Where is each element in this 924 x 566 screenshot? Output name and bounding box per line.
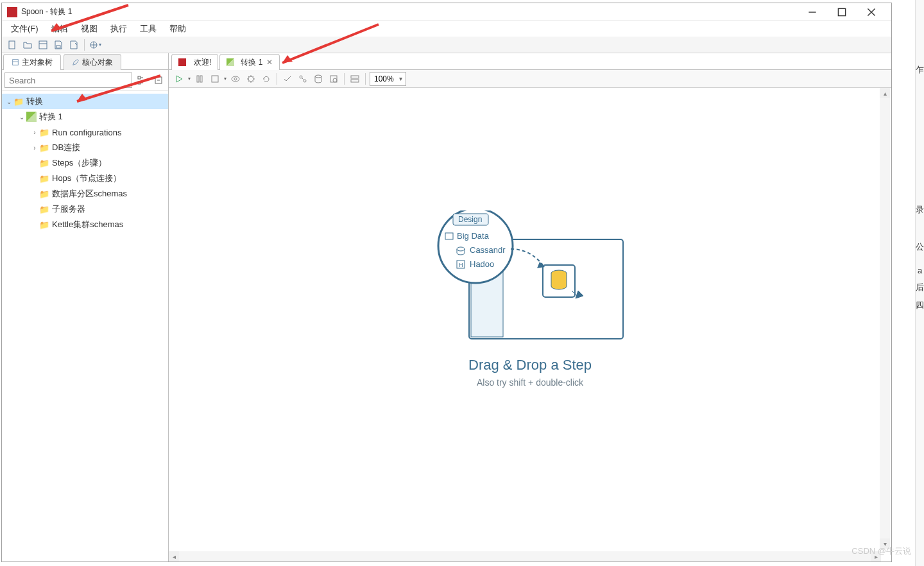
canvas[interactable]: Design Big Data Cassandr H Hadoo [169,88,891,562]
vertical-scrollbar[interactable]: ▴ ▾ [880,88,890,549]
stop-icon[interactable] [209,73,221,85]
canvas-subtitle: Also try shift + double-click [434,377,626,388]
svg-rect-7 [138,76,141,79]
tree-node-partition-schemas[interactable]: 📁 数据库分区schemas [2,186,168,202]
tree-child-label: 转换 1 [39,111,63,123]
folder-icon: 📁 [13,96,24,107]
sql-icon[interactable] [312,73,325,85]
toolbar-separator [365,73,366,85]
search-input[interactable] [4,73,132,88]
explore-db-icon[interactable] [327,73,340,85]
toolbar-separator [277,73,277,85]
folder-icon: 📁 [39,173,49,184]
tree-label: Run configurations [52,128,121,137]
tree-label: 数据库分区schemas [52,188,127,200]
svg-rect-13 [197,76,199,82]
tab-main-tree[interactable]: 主对象树 [3,54,61,70]
pause-icon[interactable] [193,73,206,85]
save-icon[interactable] [52,39,65,51]
svg-rect-1 [9,41,15,49]
verify-icon[interactable] [281,73,294,85]
tab-welcome[interactable]: 欢迎! [171,54,218,70]
svg-rect-25 [351,80,359,82]
tab-transformation1[interactable]: 转换 1 ✕ [219,54,280,70]
run-icon[interactable] [173,73,185,85]
svg-rect-15 [212,76,218,82]
tree-node-run-config[interactable]: › 📁 Run configurations [2,124,168,140]
pencil-icon [72,58,80,66]
drag-drop-illustration: Design Big Data Cassandr H Hadoo [434,210,626,345]
replay-icon[interactable] [260,73,273,85]
debug-icon[interactable] [244,73,257,85]
folder-icon: 📁 [39,127,49,137]
main-area: 主对象树 核心对象 ⌄ 📁 转换 ⌄ [2,53,891,562]
scroll-left-arrow[interactable]: ◂ [169,551,179,562]
chevron-right-icon[interactable]: › [30,129,39,136]
tab-welcome-label: 欢迎! [194,57,211,68]
zoom-select[interactable]: 100% [370,72,406,86]
tree-label: Hops（节点连接） [52,173,121,184]
save-as-icon[interactable] [67,39,80,51]
tab-core-objects-label: 核心对象 [82,57,113,68]
svg-point-23 [333,78,337,82]
app-icon [178,58,186,66]
tree-label: 子服务器 [52,203,85,215]
tree-node-slave-servers[interactable]: 📁 子服务器 [2,202,168,217]
tree-label: Steps（步骤） [52,157,107,169]
expand-all-icon[interactable] [135,73,149,87]
tree-node-db[interactable]: › 📁 DB连接 [2,140,168,155]
search-row [2,70,168,91]
tree-label: Kettle集群schemas [52,219,123,230]
tree-node-steps[interactable]: 📁 Steps（步骤） [2,155,168,171]
app-window: Spoon - 转换 1 文件(F) 编辑 视图 执行 工具 帮助 ▾ [1,3,892,562]
folder-icon: 📁 [39,219,49,230]
tree-node-transformation1[interactable]: ⌄ 转换 1 [2,109,168,124]
show-results-icon[interactable] [348,73,361,85]
menu-tools[interactable]: 工具 [135,22,162,36]
toolbar-separator [344,73,345,85]
edge-sliver: 乍 录 公 a 后 四 [915,0,924,566]
window-controls [798,3,886,21]
perspective-icon[interactable]: ▾ [89,39,101,51]
minimize-button[interactable] [798,3,827,21]
preview-icon[interactable] [229,73,242,85]
collapse-all-icon[interactable] [151,73,166,87]
tree-root-transformations[interactable]: ⌄ 📁 转换 [2,94,168,109]
tab-core-objects[interactable]: 核心对象 [64,54,121,70]
svg-point-17 [234,78,237,80]
tree-root-label: 转换 [26,96,43,107]
app-icon [7,7,17,17]
close-button[interactable] [857,3,886,21]
tree-node-hops[interactable]: 📁 Hops（节点连接） [2,171,168,186]
close-tab-icon[interactable]: ✕ [266,58,273,67]
menu-view[interactable]: 视图 [76,22,103,36]
open-folder-icon[interactable] [21,39,34,51]
menu-file[interactable]: 文件(F) [6,22,44,36]
chevron-down-icon[interactable]: ⌄ [17,114,26,121]
folder-icon: 📁 [39,142,49,153]
menu-run[interactable]: 执行 [105,22,132,36]
maximize-button[interactable] [827,3,857,21]
horizontal-scrollbar[interactable]: ◂ ▸ [169,551,881,562]
chevron-down-icon[interactable]: ⌄ [4,98,13,105]
menu-edit[interactable]: 编辑 [46,22,73,36]
scroll-up-arrow[interactable]: ▴ [880,88,890,98]
zoom-select-wrap: 100% [370,72,406,86]
tree-label: DB连接 [52,142,80,153]
menu-help[interactable]: 帮助 [164,22,191,36]
svg-text:Big Data: Big Data [457,231,490,241]
chevron-right-icon[interactable]: › [30,144,39,151]
left-tabs: 主对象树 核心对象 [2,53,168,70]
window-title: Spoon - 转换 1 [21,6,798,17]
explore-icon[interactable] [37,39,49,51]
canvas-placeholder: Design Big Data Cassandr H Hadoo [434,210,626,388]
svg-rect-24 [351,76,359,78]
tree-node-cluster-schemas[interactable]: 📁 Kettle集群schemas [2,217,168,232]
svg-text:H: H [459,262,463,268]
svg-rect-14 [200,76,202,82]
object-tree[interactable]: ⌄ 📁 转换 ⌄ 转换 1 › 📁 Run configurations › 📁 [2,91,168,562]
new-file-icon[interactable] [6,39,19,51]
svg-text:Hadoo: Hadoo [470,259,494,269]
impact-icon[interactable] [296,73,309,85]
tree-icon [12,58,19,66]
